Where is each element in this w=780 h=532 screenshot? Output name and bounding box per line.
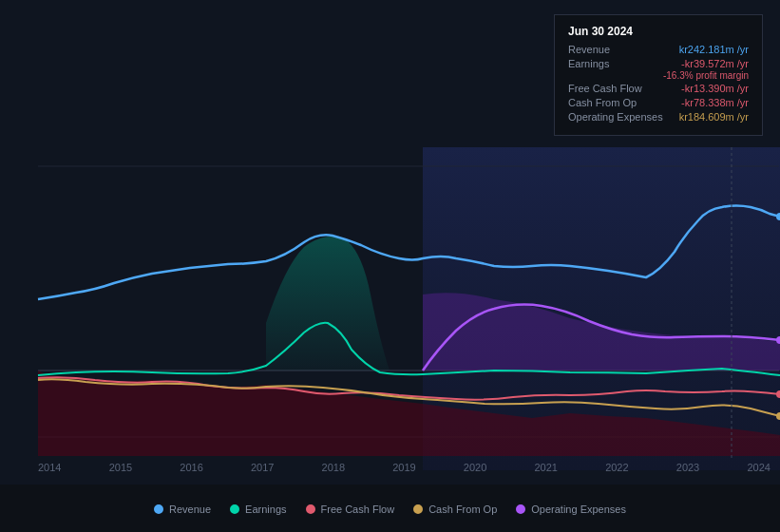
x-label-2023: 2023 [676, 462, 699, 473]
legend-earnings[interactable]: Earnings [230, 504, 286, 515]
tooltip-date: Jun 30 2024 [568, 25, 749, 38]
x-label-2021: 2021 [534, 462, 557, 473]
tooltip-value-fcf: -kr13.390m /yr [681, 83, 749, 94]
legend-dot-cashop [413, 504, 423, 514]
x-label-2022: 2022 [605, 462, 628, 473]
tooltip-row-opex: Operating Expenses kr184.609m /yr [568, 111, 749, 123]
legend-label-opex: Operating Expenses [531, 504, 626, 515]
x-label-2016: 2016 [180, 462, 202, 473]
tooltip-label-cashop: Cash From Op [568, 97, 637, 108]
legend-fcf[interactable]: Free Cash Flow [306, 504, 395, 515]
legend-label-fcf: Free Cash Flow [321, 504, 395, 515]
tooltip-value-cashop: -kr78.338m /yr [681, 97, 749, 108]
legend-revenue[interactable]: Revenue [154, 504, 211, 515]
legend-dot-earnings [230, 504, 239, 514]
legend-dot-opex [516, 504, 525, 514]
x-label-2018: 2018 [322, 462, 345, 473]
legend-label-cashop: Cash From Op [428, 504, 497, 515]
legend-dot-fcf [306, 504, 315, 514]
x-label-2019: 2019 [392, 462, 415, 473]
x-label-2020: 2020 [464, 462, 486, 473]
x-label-2017: 2017 [251, 462, 274, 473]
legend-label-earnings: Earnings [245, 504, 286, 515]
x-label-2015: 2015 [109, 462, 132, 473]
tooltip-panel: Jun 30 2024 Revenue kr242.181m /yr Earni… [554, 14, 763, 136]
tooltip-label-fcf: Free Cash Flow [568, 83, 642, 94]
legend-cash-from-op[interactable]: Cash From Op [413, 504, 497, 515]
tooltip-row-revenue: Revenue kr242.181m /yr [568, 44, 749, 55]
tooltip-label-revenue: Revenue [568, 44, 610, 55]
tooltip-row-fcf: Free Cash Flow -kr13.390m /yr [568, 83, 749, 94]
tooltip-row-earnings: Earnings -kr39.572m /yr [568, 58, 749, 69]
tooltip-label-earnings: Earnings [568, 58, 609, 69]
x-label-2014: 2014 [38, 462, 61, 473]
legend-dot-revenue [154, 504, 163, 514]
x-label-2024: 2024 [747, 462, 770, 473]
tooltip-value-opex: kr184.609m /yr [679, 111, 749, 123]
tooltip-value-earnings: -kr39.572m /yr [681, 58, 749, 69]
tooltip-value-revenue: kr242.181m /yr [679, 44, 749, 55]
tooltip-label-opex: Operating Expenses [568, 111, 663, 123]
legend-opex[interactable]: Operating Expenses [516, 504, 626, 515]
tooltip-profit-margin: -16.3% profit margin [568, 70, 749, 81]
tooltip-row-cashop: Cash From Op -kr78.338m /yr [568, 97, 749, 108]
chart-legend: Revenue Earnings Free Cash Flow Cash Fro… [0, 504, 780, 515]
legend-label-revenue: Revenue [169, 504, 211, 515]
